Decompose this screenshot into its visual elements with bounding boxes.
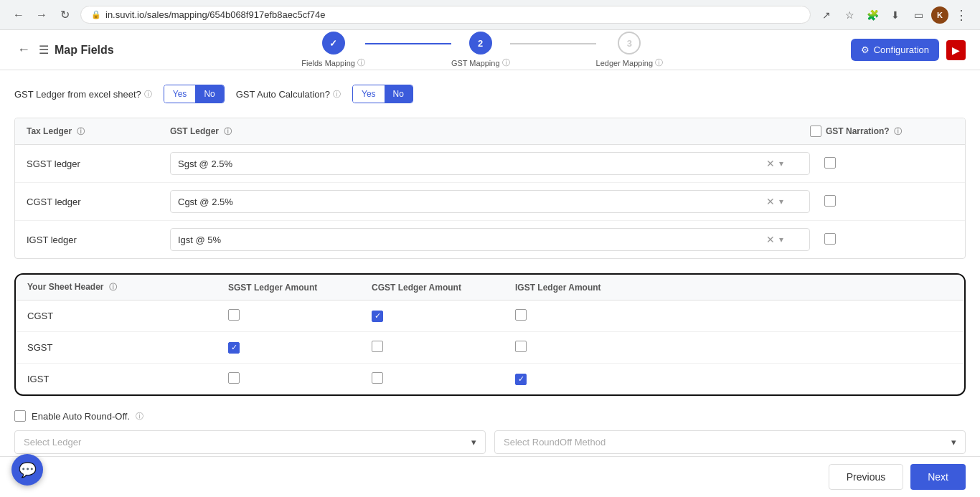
sgst-clear-icon[interactable]: ✕ [766, 158, 775, 169]
sgst-igst-checkbox[interactable] [515, 341, 527, 352]
main-content: GST Ledger from excel sheet? ⓘ Yes No GS… [0, 70, 980, 497]
page-title-wrap: ☰ Map Fields [39, 43, 114, 57]
address-bar[interactable]: 🔒 in.suvit.io/sales/mapping/654b068f917e… [80, 6, 811, 24]
roundoff-info-icon[interactable]: ⓘ [136, 411, 143, 422]
profile-avatar[interactable]: K [931, 6, 948, 24]
gst-narration-checkbox-header[interactable] [810, 126, 821, 137]
gst-table-header: Tax Ledger ⓘ GST Ledger ⓘ GST Narration?… [15, 118, 965, 145]
col-your-sheet-header: Your Sheet Header ⓘ [27, 282, 228, 293]
step-2-info-icon[interactable]: ⓘ [502, 57, 510, 68]
cgst-igst-checkbox[interactable] [515, 309, 527, 321]
roundoff-section: Enable Auto Round-Off. ⓘ Select Ledger ▾… [14, 410, 966, 454]
gst-auto-yes-btn[interactable]: Yes [353, 85, 385, 103]
cgst-ledger-label: CGST ledger [27, 197, 170, 207]
map-fields-icon: ☰ [39, 43, 49, 57]
page-title: Map Fields [55, 44, 114, 57]
cgst-cgst-checkbox[interactable] [372, 311, 383, 322]
toggle-section: GST Ledger from excel sheet? ⓘ Yes No GS… [14, 85, 966, 103]
col-sgst-amount: SGST Ledger Amount [228, 283, 372, 293]
step-1-circle: ✓ [322, 32, 345, 55]
gst-narration-info-icon[interactable]: ⓘ [894, 126, 902, 137]
step-2: 2 GST Mapping ⓘ [451, 32, 510, 68]
chat-bubble[interactable]: 💬 [11, 454, 43, 486]
igst-igst-checkbox[interactable] [515, 374, 527, 385]
table-row: IGST [16, 364, 964, 394]
bookmark-button[interactable]: ☆ [839, 5, 859, 25]
table-row: CGST [16, 300, 964, 332]
header-right: ⚙ Configuration ▶ [851, 39, 966, 61]
youtube-button[interactable]: ▶ [946, 40, 966, 60]
gst-auto-info-icon[interactable]: ⓘ [333, 89, 341, 100]
menu-button[interactable]: ⋮ [951, 5, 971, 25]
browser-chrome: ← → ↻ 🔒 in.suvit.io/sales/mapping/654b06… [0, 0, 980, 30]
igst-arrow-icon[interactable]: ▾ [779, 235, 783, 245]
col-cgst-amount: CGST Ledger Amount [372, 283, 515, 293]
step-1: ✓ Fields Mapping ⓘ [301, 32, 365, 68]
download-button[interactable]: ⬇ [885, 5, 905, 25]
table-row: SGST ledger Sgst @ 2.5% ✕ ▾ [15, 145, 965, 183]
back-button[interactable]: ← [9, 5, 29, 25]
cgst-ledger-select[interactable]: Cgst @ 2.5% ✕ ▾ [170, 190, 810, 213]
cgst-arrow-icon[interactable]: ▾ [779, 197, 783, 207]
forward-button[interactable]: → [32, 5, 52, 25]
step-3-circle: 3 [618, 32, 641, 55]
gst-auto-no-btn[interactable]: No [385, 85, 413, 103]
app-header: ← ☰ Map Fields ✓ Fields Mapping ⓘ 2 GST … [0, 30, 980, 70]
reload-button[interactable]: ↻ [55, 5, 75, 25]
igst-narration-checkbox[interactable] [824, 233, 836, 245]
gst-auto-toggle[interactable]: Yes No [352, 85, 413, 103]
previous-button[interactable]: Previous [829, 464, 903, 490]
gst-ledger-toggle[interactable]: Yes No [164, 85, 225, 103]
step-2-label: GST Mapping ⓘ [451, 57, 510, 68]
col-gst-narration: GST Narration? ⓘ [810, 126, 953, 137]
sgst-cgst-checkbox[interactable] [372, 341, 383, 352]
sgst-row-label: SGST [27, 342, 228, 353]
ledger-arrow-icon: ▾ [471, 437, 476, 448]
sgst-narration-checkbox[interactable] [824, 157, 836, 169]
gst-ledger-yes-btn[interactable]: Yes [164, 85, 196, 103]
cgst-narration-checkbox[interactable] [824, 195, 836, 207]
sgst-ledger-select[interactable]: Sgst @ 2.5% ✕ ▾ [170, 152, 810, 175]
sgst-ledger-label: SGST ledger [27, 158, 170, 169]
igst-ledger-select[interactable]: Igst @ 5% ✕ ▾ [170, 228, 810, 251]
configuration-button[interactable]: ⚙ Configuration [851, 39, 939, 61]
gst-ledger-info-icon[interactable]: ⓘ [144, 89, 152, 100]
sheet-header-info-icon[interactable]: ⓘ [109, 283, 117, 291]
cgst-sgst-checkbox[interactable] [228, 309, 240, 321]
igst-cgst-checkbox[interactable] [372, 372, 383, 384]
cgst-clear-icon[interactable]: ✕ [766, 196, 775, 207]
roundoff-ledger-select[interactable]: Select Ledger ▾ [14, 430, 486, 454]
igst-row-label: IGST [27, 374, 228, 384]
igst-select-actions: ✕ ▾ [766, 234, 783, 245]
col-gst-ledger: GST Ledger ⓘ [170, 126, 810, 137]
gst-ledger-col-info-icon[interactable]: ⓘ [224, 127, 232, 136]
step-3-info-icon[interactable]: ⓘ [655, 57, 663, 68]
extension-button[interactable]: 🧩 [862, 5, 882, 25]
step-1-info-icon[interactable]: ⓘ [357, 57, 365, 68]
step-3-label: Ledger Mapping ⓘ [596, 57, 664, 68]
table-row: CGST ledger Cgst @ 2.5% ✕ ▾ [15, 183, 965, 221]
sgst-arrow-icon[interactable]: ▾ [779, 158, 783, 169]
table-row: SGST [16, 332, 964, 364]
gst-ledger-no-btn[interactable]: No [195, 85, 223, 103]
step-1-label: Fields Mapping ⓘ [301, 57, 365, 68]
tax-ledger-info-icon[interactable]: ⓘ [77, 127, 85, 136]
step-connector-1 [365, 43, 451, 44]
app-back-button[interactable]: ← [14, 39, 33, 60]
next-button[interactable]: Next [910, 464, 966, 490]
gst-auto-label: GST Auto Calculation? ⓘ [236, 89, 341, 100]
roundoff-enable-row: Enable Auto Round-Off. ⓘ [14, 410, 966, 422]
method-arrow-icon: ▾ [951, 437, 956, 448]
tab-button[interactable]: ▭ [908, 5, 928, 25]
share-button[interactable]: ↗ [816, 5, 837, 25]
igst-sgst-checkbox[interactable] [228, 372, 240, 384]
browser-nav: ← → ↻ [9, 5, 75, 25]
roundoff-method-select[interactable]: Select RoundOff Method ▾ [494, 430, 966, 454]
igst-clear-icon[interactable]: ✕ [766, 234, 775, 245]
stepper: ✓ Fields Mapping ⓘ 2 GST Mapping ⓘ 3 Led… [114, 32, 851, 68]
sgst-select-actions: ✕ ▾ [766, 158, 783, 169]
enable-roundoff-checkbox[interactable] [14, 410, 26, 422]
step-connector-2 [510, 43, 596, 44]
roundoff-ledger-row: Select Ledger ▾ Select RoundOff Method ▾ [14, 430, 966, 454]
sgst-sgst-checkbox[interactable] [228, 342, 240, 354]
